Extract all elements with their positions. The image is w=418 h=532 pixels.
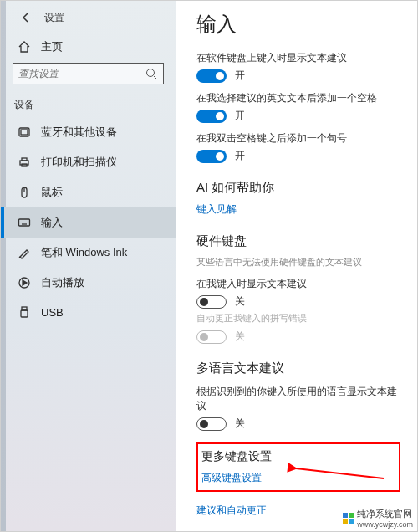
setting-label: 在我键入时显示文本建议 xyxy=(196,277,400,291)
page-title: 输入 xyxy=(196,11,400,38)
nav-label: 笔和 Windows Ink xyxy=(41,245,127,260)
printer-icon xyxy=(18,156,31,169)
annotation-arrow xyxy=(292,465,384,485)
nav-label: 蓝牙和其他设备 xyxy=(41,125,117,140)
nav-label: 鼠标 xyxy=(41,185,63,200)
sidebar-item-home[interactable]: 主页 xyxy=(1,31,176,63)
section-label: 设备 xyxy=(1,93,176,117)
watermark: 纯净系统官网 www.ycwjzy.com xyxy=(343,508,413,529)
search-input[interactable] xyxy=(13,63,164,84)
search-icon xyxy=(145,67,158,80)
nav-label: 打印机和扫描仪 xyxy=(41,155,117,170)
toggle-state: 关 xyxy=(235,417,245,431)
setting-label: 在软件键盘上键入时显示文本建议 xyxy=(196,51,400,65)
toggle-hw-suggestions[interactable] xyxy=(196,295,227,309)
svg-line-16 xyxy=(296,468,384,478)
usb-icon xyxy=(18,305,31,319)
toggle-multilang[interactable] xyxy=(196,417,227,431)
toggle-state: 关 xyxy=(235,330,245,344)
watermark-brand: 纯净系统官网 xyxy=(357,508,413,520)
svg-rect-4 xyxy=(22,158,27,161)
svg-rect-2 xyxy=(21,130,28,135)
sidebar-item-usb[interactable]: USB xyxy=(1,298,176,326)
keyboard-icon xyxy=(18,216,31,229)
toggle-state: 开 xyxy=(235,69,245,83)
watermark-logo-icon xyxy=(343,513,354,524)
setting-label: 在我双击空格键之后添加一个句号 xyxy=(196,131,400,146)
svg-point-0 xyxy=(147,69,155,77)
sidebar-item-printers[interactable]: 打印机和扫描仪 xyxy=(1,147,176,177)
nav-label: USB xyxy=(41,306,64,319)
svg-rect-15 xyxy=(21,310,28,317)
link-typing-insights[interactable]: 键入见解 xyxy=(196,202,400,217)
highlight-box: 更多键盘设置 高级键盘设置 xyxy=(196,442,400,492)
search-field[interactable] xyxy=(18,68,145,79)
toggle-add-period[interactable] xyxy=(196,150,227,163)
autoplay-icon xyxy=(18,276,31,289)
toggle-softkbd-suggestions[interactable] xyxy=(196,69,227,83)
nav-label: 输入 xyxy=(41,215,63,230)
toggle-state: 关 xyxy=(235,294,245,309)
sidebar-item-autoplay[interactable]: 自动播放 xyxy=(1,268,176,298)
sidebar-item-pen[interactable]: 笔和 Windows Ink xyxy=(1,238,176,268)
nav-label: 自动播放 xyxy=(41,275,84,290)
section-heading-hw: 硬件键盘 xyxy=(196,233,400,249)
sidebar-item-bluetooth[interactable]: 蓝牙和其他设备 xyxy=(1,117,176,147)
sidebar: 设置 主页 设备 蓝牙和其他设备 打印机和扫描仪 鼠标 输入 xyxy=(1,1,176,531)
sidebar-item-typing[interactable]: 输入 xyxy=(1,207,176,238)
toggle-state: 开 xyxy=(235,109,245,123)
setting-label: 自动更正我键入的拼写错误 xyxy=(196,312,400,325)
hw-subtext: 某些语言中无法使用硬件键盘的文本建议 xyxy=(196,256,400,269)
section-heading-more: 更多键盘设置 xyxy=(201,449,395,464)
home-icon xyxy=(18,40,31,54)
toggle-add-space[interactable] xyxy=(196,110,227,123)
arrow-left-icon xyxy=(19,11,33,24)
mouse-icon xyxy=(18,186,31,199)
app-title: 设置 xyxy=(44,11,64,25)
toggle-state: 开 xyxy=(235,149,245,163)
home-label: 主页 xyxy=(41,39,63,54)
toggle-hw-autocorrect xyxy=(196,330,227,344)
back-button[interactable] xyxy=(18,9,34,26)
arrow-icon xyxy=(292,465,384,482)
svg-rect-8 xyxy=(19,219,30,226)
pen-icon xyxy=(18,246,31,259)
setting-label: 根据识别到的你键入所使用的语言显示文本建议 xyxy=(196,385,400,413)
section-heading-multi: 多语言文本建议 xyxy=(196,361,400,376)
sidebar-item-mouse[interactable]: 鼠标 xyxy=(1,177,176,207)
section-heading-ai: AI 如何帮助你 xyxy=(196,180,400,196)
watermark-url: www.ycwjzy.com xyxy=(357,520,413,529)
main-content: 输入 在软件键盘上键入时显示文本建议 开 在我选择建议的英文文本后添加一个空格 … xyxy=(176,1,417,531)
setting-label: 在我选择建议的英文文本后添加一个空格 xyxy=(196,91,400,105)
bluetooth-icon xyxy=(18,125,31,139)
